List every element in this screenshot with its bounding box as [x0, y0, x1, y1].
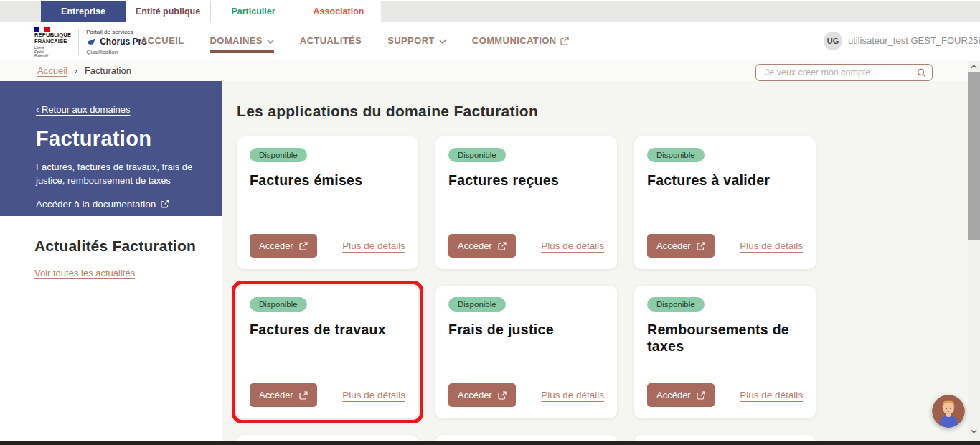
- domain-news-section: Actualités Facturation Voir toutes les a…: [0, 216, 222, 279]
- status-badge: Disponible: [448, 297, 506, 312]
- chat-assistant-button[interactable]: [932, 395, 965, 428]
- chevron-down-icon: [267, 39, 274, 44]
- details-link[interactable]: Plus de détails: [342, 390, 405, 400]
- vertical-scrollbar[interactable]: [968, 61, 980, 441]
- details-link[interactable]: Plus de détails: [541, 240, 604, 251]
- app-card-factures-de-travaux: Disponible Factures de travaux Accéder P…: [237, 286, 418, 418]
- details-link[interactable]: Plus de détails: [740, 240, 803, 251]
- app-card-title: Factures émises: [250, 172, 405, 189]
- user-initials-avatar: UG: [824, 32, 842, 50]
- user-name-label: utilisateur_test GEST_FOUR25895747: [848, 35, 980, 46]
- user-account[interactable]: UG utilisateur_test GEST_FOUR25895747: [824, 22, 980, 60]
- app-card-frais-de-justice: Disponible Frais de justice Accéder Plus…: [435, 286, 617, 418]
- external-link-icon: [299, 242, 308, 250]
- nav-support[interactable]: SUPPORT: [387, 22, 446, 60]
- details-link[interactable]: Plus de détails: [740, 390, 803, 400]
- scroll-up-arrow[interactable]: [968, 61, 980, 72]
- nav-accueil-label: ACCUEIL: [141, 35, 184, 46]
- tab-entite-publique[interactable]: Entité publique: [126, 1, 211, 22]
- app-card-factures-emises: Disponible Factures émises Accéder Plus …: [237, 136, 418, 269]
- domain-hero-panel: ‹ Retour aux domaines Facturation Factur…: [0, 81, 222, 216]
- external-link-icon: [697, 391, 705, 400]
- tab-association[interactable]: Association: [296, 1, 381, 22]
- portal-label: Portail de services: [86, 29, 146, 35]
- brand-divider: [78, 29, 79, 55]
- access-button-label: Accéder: [259, 390, 293, 400]
- news-heading: Actualités Facturation: [34, 238, 222, 255]
- documentation-link[interactable]: Accéder à la documentation: [36, 199, 199, 210]
- republique-label: RÉPUBLIQUE FRANÇAISE: [34, 32, 71, 44]
- motto-label: Liberté Égalité Fraternité: [34, 46, 71, 57]
- all-news-link[interactable]: Voir toutes les actualités: [34, 268, 135, 278]
- breadcrumb-current: Facturation: [85, 65, 131, 76]
- app-card-factures-a-valider: Disponible Factures à valider Accéder Pl…: [634, 136, 816, 269]
- chorus-pro-label: Chorus Pro: [100, 37, 146, 47]
- header: RÉPUBLIQUE FRANÇAISE Liberté Égalité Fra…: [0, 22, 980, 60]
- scrollbar-thumb[interactable]: [968, 72, 980, 240]
- breadcrumb-band: Accueil › Facturation: [0, 60, 980, 81]
- breadcrumb: Accueil › Facturation: [37, 65, 131, 76]
- external-link-icon: [498, 242, 507, 250]
- status-badge: Disponible: [250, 148, 307, 162]
- republique-francaise-logo: RÉPUBLIQUE FRANÇAISE Liberté Égalité Fra…: [34, 27, 71, 57]
- external-link-icon: [560, 37, 569, 45]
- search-box: [755, 64, 933, 81]
- access-button[interactable]: Accéder: [647, 383, 715, 407]
- access-button[interactable]: Accéder: [448, 383, 516, 407]
- external-link-icon: [161, 200, 169, 208]
- environment-label: Qualification: [86, 49, 146, 55]
- brand-logo[interactable]: RÉPUBLIQUE FRANÇAISE Liberté Égalité Fra…: [34, 27, 147, 57]
- details-link[interactable]: Plus de détails: [342, 240, 405, 251]
- access-button[interactable]: Accéder: [250, 383, 317, 407]
- access-button[interactable]: Accéder: [250, 234, 317, 258]
- back-to-domains-link[interactable]: ‹ Retour aux domaines: [36, 104, 131, 115]
- nav-actualites[interactable]: ACTUALITÉS: [300, 22, 362, 60]
- external-link-icon: [697, 242, 705, 250]
- app-card-title: Factures reçues: [448, 172, 604, 189]
- details-link[interactable]: Plus de détails: [541, 390, 604, 400]
- status-badge: Disponible: [448, 148, 506, 162]
- profile-tabbar: Entreprise Entité publique Particulier A…: [0, 1, 980, 22]
- nav-domaines-label: DOMAINES: [210, 35, 263, 46]
- breadcrumb-home-link[interactable]: Accueil: [37, 65, 67, 76]
- chorus-pro-bird-icon: [86, 36, 97, 49]
- scroll-down-arrow[interactable]: [968, 426, 980, 436]
- status-badge: Disponible: [647, 297, 705, 312]
- tab-particulier[interactable]: Particulier: [211, 1, 296, 22]
- domain-description: Factures, factures de travaux, frais de …: [36, 161, 199, 188]
- page-title: Les applications du domaine Facturation: [237, 103, 538, 120]
- main-nav: ACCUEIL DOMAINES ACTUALITÉS SUPPORT COMM…: [141, 22, 569, 60]
- nav-actualites-label: ACTUALITÉS: [300, 35, 362, 46]
- app-cards-grid: Disponible Factures émises Accéder Plus …: [237, 136, 816, 445]
- chevron-down-icon: [439, 39, 446, 44]
- access-button-label: Accéder: [259, 240, 293, 251]
- external-link-icon: [299, 391, 308, 400]
- nav-communication[interactable]: COMMUNICATION: [472, 22, 570, 60]
- app-card-title: Frais de justice: [448, 322, 604, 338]
- access-button-label: Accéder: [458, 390, 492, 400]
- search-input[interactable]: [763, 67, 917, 78]
- access-button[interactable]: Accéder: [647, 234, 715, 258]
- assistant-avatar-icon: [932, 395, 965, 428]
- status-badge: Disponible: [647, 148, 705, 162]
- main-content: Les applications du domaine Facturation …: [222, 81, 968, 445]
- breadcrumb-separator: ›: [75, 66, 77, 76]
- search-icon[interactable]: [917, 68, 926, 78]
- nav-accueil[interactable]: ACCUEIL: [141, 22, 184, 60]
- documentation-link-label: Accéder à la documentation: [36, 199, 156, 210]
- app-card-title: Factures de travaux: [250, 322, 405, 338]
- app-card-title: Remboursements de taxes: [647, 322, 803, 355]
- app-card-remboursements-de-taxes: Disponible Remboursements de taxes Accéd…: [634, 286, 816, 418]
- nav-support-label: SUPPORT: [387, 35, 435, 46]
- nav-domaines[interactable]: DOMAINES: [210, 22, 274, 60]
- sidebar: ‹ Retour aux domaines Facturation Factur…: [0, 81, 222, 445]
- nav-communication-label: COMMUNICATION: [472, 35, 557, 46]
- status-badge: Disponible: [250, 297, 307, 312]
- chorus-pro-logo: Portail de services Chorus Pro Qualifica…: [86, 29, 146, 55]
- external-link-icon: [498, 391, 507, 400]
- taskbar-edge: [0, 441, 980, 445]
- access-button-label: Accéder: [656, 390, 691, 400]
- tab-entreprise[interactable]: Entreprise: [41, 1, 126, 22]
- access-button[interactable]: Accéder: [448, 234, 516, 258]
- app-card-title: Factures à valider: [647, 172, 803, 189]
